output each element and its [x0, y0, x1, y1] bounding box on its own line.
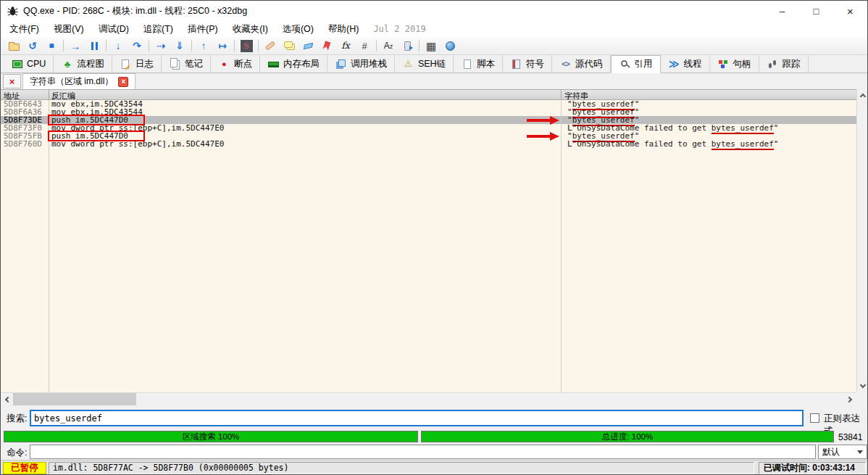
search-row: 搜索: 正则表达式	[1, 405, 867, 430]
labels-icon	[303, 42, 312, 49]
hash-button[interactable]: #	[355, 38, 374, 54]
string-case-button[interactable]: Az	[379, 38, 398, 54]
tab-label: 调用堆栈	[351, 58, 387, 70]
step-out-button[interactable]: ⇓	[170, 38, 189, 54]
run-to-user-code-button[interactable]: ↦	[213, 38, 232, 54]
handles-device-icon	[404, 41, 411, 51]
tab-symbols[interactable]: 符号	[503, 55, 552, 73]
menu-help[interactable]: 帮助(H)	[321, 22, 366, 36]
tab-log[interactable]: 日志	[112, 55, 162, 73]
tab-handles[interactable]: 句柄	[710, 55, 759, 73]
command-profile-select[interactable]: 默认	[818, 445, 867, 459]
scroll-up-button[interactable]	[857, 89, 868, 102]
tab-label: 引用	[635, 58, 653, 70]
tab-notes[interactable]: 笔记	[162, 55, 211, 73]
scroll-left-button[interactable]	[1, 393, 13, 405]
vertical-scrollbar[interactable]	[856, 89, 868, 392]
close-button[interactable]: ×	[833, 1, 867, 21]
menu-trace[interactable]: 追踪(T)	[136, 22, 180, 36]
patches-button[interactable]	[261, 38, 280, 54]
tab-cpu[interactable]: CPU	[4, 55, 54, 73]
maximize-button[interactable]: □	[799, 1, 833, 21]
labels-button[interactable]	[299, 38, 317, 54]
string-cell: L"OnSysDataCome failed to get bytes_user…	[567, 140, 778, 148]
globe-icon	[446, 41, 455, 51]
restart-button[interactable]: ↺	[23, 38, 42, 54]
menu-file[interactable]: 文件(F)	[2, 22, 46, 36]
run-to-cursor-button[interactable]: ⇢	[151, 38, 170, 54]
pause-button[interactable]	[85, 38, 104, 54]
search-label: 搜索:	[7, 413, 27, 425]
tab-source[interactable]: <>源代码	[552, 55, 611, 73]
memory-icon	[268, 62, 279, 67]
close-all-references-button[interactable]: ×	[3, 74, 21, 88]
tab-seh[interactable]: ⚠SEH链	[395, 55, 454, 73]
open-file-button[interactable]	[4, 38, 23, 54]
source-icon: <>	[562, 60, 569, 68]
total-progressbar: 总进度: 100%	[421, 431, 834, 442]
bookmarks-button[interactable]	[317, 38, 336, 54]
debug-time: 已调试时间: 0:03:43:14	[759, 462, 866, 474]
globe-button[interactable]	[441, 38, 459, 54]
tab-references[interactable]: 引用	[611, 55, 661, 73]
calculator-button[interactable]: ▦	[422, 38, 441, 54]
execute-till-return-button[interactable]: ↑	[194, 38, 213, 54]
tab-label: SEH链	[418, 58, 446, 70]
search-input[interactable]	[30, 410, 804, 426]
minimize-button[interactable]: –	[765, 1, 799, 21]
menu-favourites[interactable]: 收藏夹(I)	[225, 22, 275, 36]
chevron-right-icon	[846, 396, 852, 402]
column-divider	[49, 100, 49, 392]
table-header: 地址 反汇编 字符串	[1, 89, 856, 100]
step-out-icon: ⇓	[175, 41, 184, 51]
toolbar-separator	[258, 40, 259, 51]
menu-debug[interactable]: 调试(D)	[91, 22, 136, 36]
tab-label: 句柄	[733, 58, 751, 70]
red-arrow-annotation	[527, 132, 560, 141]
step-into-button[interactable]: ↓	[109, 38, 128, 54]
stop-button[interactable]: ■	[42, 38, 61, 54]
menu-view[interactable]: 视图(V)	[46, 22, 91, 36]
tab-label: 符号	[526, 58, 544, 70]
cpu-icon	[12, 60, 22, 68]
reference-subtab-bar: × 字符串（区域 im.dll） ×	[1, 73, 867, 89]
address-cell: 5D8F760D	[4, 140, 42, 148]
flowchart-icon: ♣	[64, 59, 71, 69]
horizontal-scrollbar[interactable]	[1, 392, 856, 405]
open-file-icon	[9, 44, 20, 51]
tab-trace[interactable]: 跟踪	[759, 55, 809, 73]
pause-icon	[91, 42, 98, 50]
region-search-progressbar: 区域搜索 100%	[4, 431, 418, 442]
seh-icon: ⚠	[404, 59, 412, 68]
command-input[interactable]	[30, 445, 816, 459]
scroll-right-button[interactable]	[844, 393, 856, 405]
string-case-icon: Az	[384, 41, 393, 50]
tab-graph[interactable]: ♣流程图	[54, 55, 112, 73]
comments-button[interactable]	[280, 38, 299, 54]
run-to-cursor-icon: ⇢	[157, 41, 165, 51]
tab-script[interactable]: 脚本	[454, 55, 503, 73]
calculator-icon: ▦	[426, 41, 436, 51]
step-over-button[interactable]: ↷	[128, 38, 146, 54]
breakpoint-icon: ●	[222, 60, 227, 68]
subtab-strings-im-dll[interactable]: 字符串（区域 im.dll） ×	[22, 73, 135, 89]
run-button[interactable]: →	[66, 38, 85, 54]
menu-options[interactable]: 选项(O)	[275, 22, 321, 36]
functions-button[interactable]: fx	[336, 38, 355, 54]
menu-plugins[interactable]: 插件(P)	[180, 22, 225, 36]
handles-device-button[interactable]	[398, 38, 417, 54]
regex-checkbox[interactable]	[810, 413, 819, 423]
tab-call-stack[interactable]: 调用堆栈	[327, 55, 395, 73]
references-table: 5D8F6643mov ebx,im.5DC43544"bytes_userde…	[1, 100, 856, 392]
patches-icon	[265, 41, 276, 51]
h-scrollbar-thumb[interactable]	[13, 393, 136, 405]
scroll-down-button[interactable]	[857, 380, 868, 392]
tab-breakpoints[interactable]: ●断点	[211, 55, 260, 73]
settings-button[interactable]: S	[237, 38, 256, 54]
title-bar: QQ.exe - PID: 268C - 模块: im.dll - 线程: 25…	[1, 1, 867, 21]
table-row[interactable]: 5D8F760Dmov dword ptr ss:[ebp+C],im.5DC4…	[1, 140, 856, 148]
subtab-close-icon[interactable]: ×	[118, 77, 128, 87]
tab-memory-map[interactable]: 内存布局	[260, 55, 327, 73]
subtab-label: 字符串（区域 im.dll）	[30, 75, 113, 88]
tab-threads[interactable]: ≫线程	[661, 55, 710, 73]
